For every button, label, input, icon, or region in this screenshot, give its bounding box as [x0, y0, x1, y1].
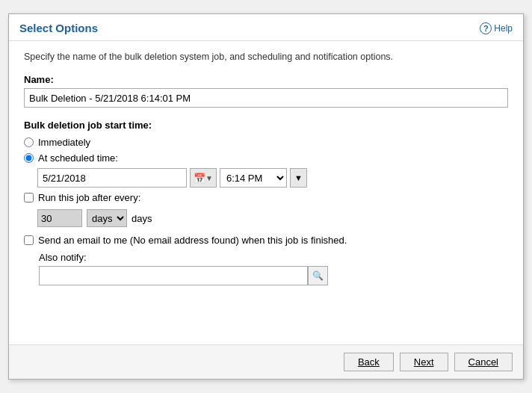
immediately-radio[interactable] — [24, 137, 34, 147]
email-checkbox[interactable] — [24, 235, 34, 245]
dialog-title: Select Options — [19, 22, 98, 34]
email-label[interactable]: Send an email to me (No email address fo… — [38, 235, 347, 246]
dialog-header: Select Options ? Help — [9, 14, 523, 41]
recur-checkbox-row: Run this job after every: — [24, 192, 508, 203]
also-notify-label: Also notify: — [39, 252, 508, 263]
recur-unit-label: days — [132, 213, 152, 224]
datetime-row: 📅 ▼ 6:14 PM ▼ — [37, 168, 508, 188]
notify-input-wrap: 🔍 — [39, 266, 508, 285]
name-label: Name: — [24, 74, 508, 85]
recur-unit-select[interactable]: days — [87, 209, 127, 227]
at-scheduled-row: At scheduled time: — [24, 152, 508, 164]
email-checkbox-row: Send an email to me (No email address fo… — [24, 235, 508, 246]
help-link[interactable]: ? Help — [480, 22, 513, 34]
dialog-body: Specify the name of the bulk deletion sy… — [9, 41, 523, 344]
cancel-button[interactable]: Cancel — [454, 353, 513, 371]
scheduled-radio[interactable] — [24, 153, 34, 163]
time-dropdown-button[interactable]: ▼ — [290, 168, 307, 188]
next-button[interactable]: Next — [400, 353, 448, 371]
notify-input[interactable] — [39, 266, 308, 285]
recur-number-input[interactable] — [37, 209, 82, 227]
lookup-button[interactable]: 🔍 — [308, 266, 328, 285]
calendar-button[interactable]: 📅 ▼ — [190, 168, 217, 188]
dialog: Select Options ? Help Specify the name o… — [8, 13, 524, 380]
dialog-footer: Back Next Cancel — [9, 344, 523, 379]
calendar-icon: 📅 — [194, 173, 205, 184]
date-input[interactable] — [37, 168, 187, 188]
cancel-label: Cancel — [468, 356, 498, 368]
calendar-dropdown-arrow: ▼ — [205, 174, 213, 182]
name-input[interactable] — [24, 88, 508, 108]
next-label: Next — [414, 356, 434, 368]
immediately-row: Immediately — [24, 137, 508, 148]
help-label: Help — [494, 23, 513, 34]
back-button[interactable]: Back — [344, 353, 394, 371]
help-icon: ? — [480, 22, 492, 34]
bulk-start-label: Bulk deletion job start time: — [24, 120, 508, 131]
lookup-icon: 🔍 — [312, 270, 324, 281]
recur-checkbox[interactable] — [24, 193, 34, 202]
recur-label[interactable]: Run this job after every: — [38, 192, 140, 203]
time-select[interactable]: 6:14 PM — [220, 168, 287, 188]
back-label: Back — [358, 356, 380, 368]
description-text: Specify the name of the bulk deletion sy… — [24, 52, 508, 62]
time-dropdown-arrow: ▼ — [294, 173, 303, 182]
immediately-label[interactable]: Immediately — [38, 137, 90, 148]
at-scheduled-label[interactable]: At scheduled time: — [38, 152, 118, 164]
recur-value-row: days days — [37, 209, 508, 227]
